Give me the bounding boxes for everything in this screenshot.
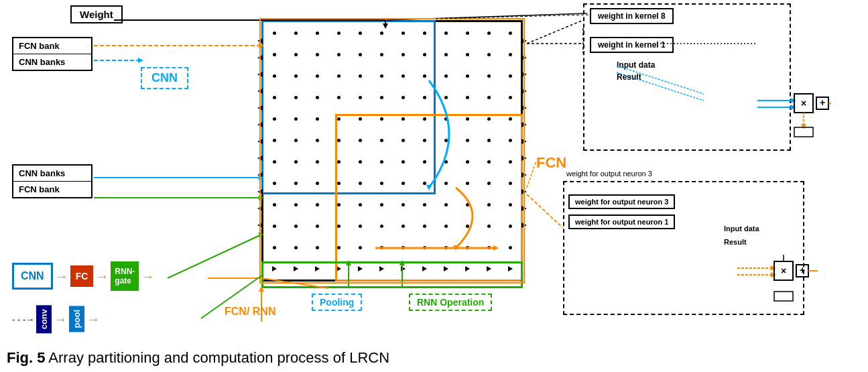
grid-cell: [435, 86, 456, 108]
grid-cell: [371, 172, 392, 194]
mini-circuit-bottom: × +: [737, 255, 824, 308]
grid-cell: [349, 129, 371, 151]
pool-box: pool: [69, 306, 84, 332]
fc-box: FC: [70, 265, 94, 287]
grid-cell: [371, 258, 392, 280]
grid-cell: [263, 172, 285, 194]
grid-cell: [478, 194, 499, 215]
grid-cell: [499, 215, 521, 237]
grid-cell: [499, 151, 521, 172]
grid-cell: [371, 108, 392, 129]
grid-cell: [435, 172, 456, 194]
cnn-banks-bottom: CNN banks: [13, 166, 91, 182]
diagram-container: Weight FCN bank CNN banks CNN CNN banks …: [0, 0, 868, 372]
grid-cell: [499, 194, 521, 215]
grid-cell: [414, 44, 435, 65]
grid-cell: [349, 44, 371, 65]
rnn-gate-box: RNN-gate: [111, 261, 139, 291]
grid-cell: [328, 65, 349, 86]
grid-cell: [435, 108, 456, 129]
grid-cell: [478, 86, 499, 108]
grid-cell: [285, 151, 306, 172]
main-array-grid: [261, 20, 523, 282]
grid-cell: [435, 194, 456, 215]
grid-cell: [392, 22, 414, 44]
svg-line-76: [527, 161, 536, 188]
grid-cell: [285, 215, 306, 237]
grid-cell: [306, 194, 328, 215]
result-bottom: Result: [724, 238, 747, 246]
grid-cell: [435, 258, 456, 280]
grid-cell: [328, 86, 349, 108]
grid-cell: [414, 237, 435, 258]
grid-cell: [263, 86, 285, 108]
grid-cell: [456, 86, 478, 108]
neuron1-box: weight for output neuron 1: [568, 214, 675, 229]
grid-cell: [349, 258, 371, 280]
grid-cell: [285, 237, 306, 258]
svg-line-70: [386, 13, 587, 20]
grid-cell: [263, 129, 285, 151]
grid-cell: [392, 86, 414, 108]
neuron-title: weight for output neuron 3: [566, 170, 652, 178]
neuron3-box: weight for output neuron 3: [568, 194, 675, 209]
grid-cell: [285, 22, 306, 44]
grid-cell: [499, 44, 521, 65]
grid-cell: [306, 44, 328, 65]
grid-cell: [456, 172, 478, 194]
grid-cell: [456, 44, 478, 65]
input-data-bottom: Input data: [724, 225, 759, 233]
grid-cell: [414, 108, 435, 129]
arrow2: →: [93, 269, 111, 284]
grid-cell: [478, 237, 499, 258]
grid-cell: [478, 129, 499, 151]
grid-cell: [478, 215, 499, 237]
grid-cell: [392, 172, 414, 194]
grid-cell: [349, 22, 371, 44]
arrow3: →: [139, 269, 156, 284]
grid-cell: [349, 65, 371, 86]
grid-cell: [263, 44, 285, 65]
grid-cell: [414, 65, 435, 86]
grid-cell: [371, 151, 392, 172]
grid-cell: [285, 86, 306, 108]
grid-cell: [328, 194, 349, 215]
grid-cell: [328, 172, 349, 194]
grid-cell: [349, 194, 371, 215]
grid-cell: [414, 22, 435, 44]
svg-text:×: ×: [801, 98, 806, 109]
grid-cell: [371, 215, 392, 237]
grid-cell: [414, 172, 435, 194]
mini-circuit-top: × +: [757, 87, 831, 141]
svg-marker-10: [801, 124, 806, 129]
grid-cell: [392, 215, 414, 237]
grid-cell: [499, 258, 521, 280]
grid-cell: [435, 151, 456, 172]
grid-cell: [263, 108, 285, 129]
grid-cell: [306, 22, 328, 44]
grid-cell: [306, 129, 328, 151]
bank-group-bottom: CNN banks FCN bank: [12, 164, 92, 198]
grid-cell: [478, 108, 499, 129]
grid-cell: [263, 22, 285, 44]
grid-cell: [435, 44, 456, 65]
grid-cell: [285, 172, 306, 194]
svg-marker-29: [138, 58, 143, 63]
grid-cell: [263, 194, 285, 215]
grid-cell: [478, 172, 499, 194]
grid-cell: [263, 237, 285, 258]
arrow1: →: [53, 269, 70, 284]
svg-text:+: +: [800, 265, 805, 275]
grid-cell: [371, 65, 392, 86]
cnn-row: CNN → FC → RNN-gate →: [12, 261, 156, 291]
grid-cell: [499, 172, 521, 194]
svg-text:+: +: [820, 97, 825, 108]
kernel1-box: weight in kernel 1: [590, 37, 674, 53]
svg-line-82: [436, 15, 590, 19]
grid-cell: [456, 129, 478, 151]
grid-cell: [456, 22, 478, 44]
grid-cell: [478, 258, 499, 280]
grid-cell: [414, 86, 435, 108]
fcn-label: FCN: [536, 154, 566, 172]
grid-cell: [456, 65, 478, 86]
